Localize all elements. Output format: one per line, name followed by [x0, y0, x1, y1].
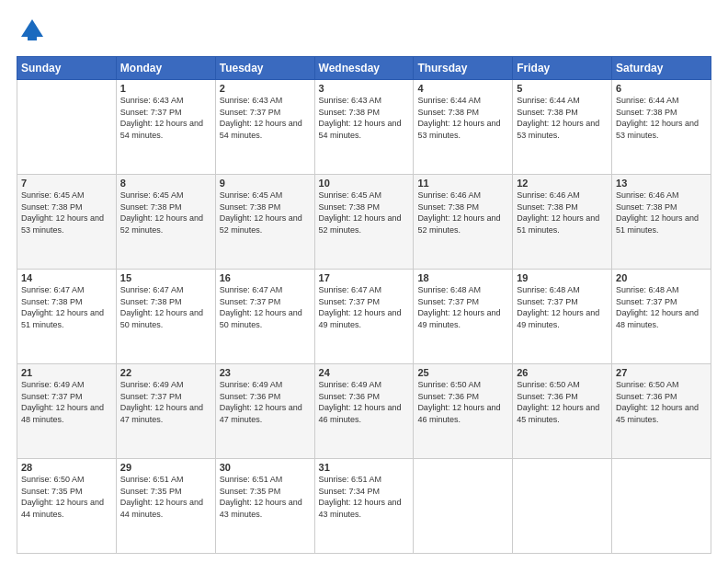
day-number: 2: [220, 83, 311, 94]
day-info: Sunrise: 6:47 AM Sunset: 7:37 PM Dayligh…: [319, 284, 410, 330]
sunrise-label: Sunrise: 6:43 AM: [220, 96, 283, 105]
day-number: 22: [120, 367, 211, 378]
calendar-cell: 23 Sunrise: 6:49 AM Sunset: 7:36 PM Dayl…: [215, 364, 314, 459]
day-info: Sunrise: 6:45 AM Sunset: 7:38 PM Dayligh…: [319, 190, 410, 236]
daylight-label: Daylight: 12 hours and 52 minutes.: [319, 213, 402, 235]
day-number: 6: [616, 83, 707, 94]
day-info: Sunrise: 6:49 AM Sunset: 7:36 PM Dayligh…: [220, 379, 311, 425]
sunrise-label: Sunrise: 6:46 AM: [417, 190, 481, 200]
sunset-label: Sunset: 7:38 PM: [616, 108, 677, 117]
calendar-cell: 1 Sunrise: 6:43 AM Sunset: 7:37 PM Dayli…: [116, 80, 215, 175]
sunset-label: Sunset: 7:36 PM: [517, 392, 578, 401]
calendar-cell: 8 Sunrise: 6:45 AM Sunset: 7:38 PM Dayli…: [116, 175, 215, 270]
calendar-cell: 6 Sunrise: 6:44 AM Sunset: 7:38 PM Dayli…: [612, 80, 711, 175]
calendar-week-2: 7 Sunrise: 6:45 AM Sunset: 7:38 PM Dayli…: [17, 175, 711, 270]
calendar-cell: 21 Sunrise: 6:49 AM Sunset: 7:37 PM Dayl…: [17, 364, 117, 459]
day-info: Sunrise: 6:49 AM Sunset: 7:36 PM Dayligh…: [319, 379, 410, 425]
sunrise-label: Sunrise: 6:49 AM: [319, 380, 382, 389]
daylight-label: Daylight: 12 hours and 52 minutes.: [417, 213, 500, 235]
day-info: Sunrise: 6:50 AM Sunset: 7:36 PM Dayligh…: [417, 379, 508, 425]
daylight-label: Daylight: 12 hours and 43 minutes.: [220, 498, 302, 519]
sunset-label: Sunset: 7:36 PM: [220, 392, 281, 401]
daylight-label: Daylight: 12 hours and 45 minutes.: [517, 403, 599, 424]
sunset-label: Sunset: 7:36 PM: [616, 392, 677, 401]
logo-text: [17, 17, 46, 49]
calendar-week-3: 14 Sunrise: 6:47 AM Sunset: 7:38 PM Dayl…: [17, 270, 711, 364]
sunrise-label: Sunrise: 6:51 AM: [220, 475, 283, 484]
sunset-label: Sunset: 7:34 PM: [319, 487, 381, 496]
calendar-header-saturday: Saturday: [612, 57, 711, 80]
calendar-header-wednesday: Wednesday: [314, 57, 414, 80]
daylight-label: Daylight: 12 hours and 53 minutes.: [517, 119, 599, 140]
calendar-cell: 10 Sunrise: 6:45 AM Sunset: 7:38 PM Dayl…: [314, 175, 414, 270]
sunrise-label: Sunrise: 6:48 AM: [517, 285, 580, 294]
calendar-cell: 24 Sunrise: 6:49 AM Sunset: 7:36 PM Dayl…: [314, 364, 414, 459]
sunset-label: Sunset: 7:38 PM: [417, 202, 479, 212]
sunrise-label: Sunrise: 6:51 AM: [319, 475, 382, 484]
daylight-label: Daylight: 12 hours and 50 minutes.: [120, 308, 203, 329]
calendar-cell: 2 Sunrise: 6:43 AM Sunset: 7:37 PM Dayli…: [215, 80, 314, 175]
sunrise-label: Sunrise: 6:50 AM: [21, 475, 85, 484]
day-info: Sunrise: 6:45 AM Sunset: 7:38 PM Dayligh…: [21, 190, 112, 236]
calendar-week-5: 28 Sunrise: 6:50 AM Sunset: 7:35 PM Dayl…: [17, 459, 711, 554]
sunrise-label: Sunrise: 6:48 AM: [417, 285, 481, 294]
sunrise-label: Sunrise: 6:48 AM: [616, 285, 679, 294]
day-number: 3: [319, 83, 410, 94]
day-info: Sunrise: 6:51 AM Sunset: 7:34 PM Dayligh…: [319, 474, 410, 520]
day-info: Sunrise: 6:49 AM Sunset: 7:37 PM Dayligh…: [21, 379, 112, 425]
calendar-cell: [414, 459, 513, 554]
daylight-label: Daylight: 12 hours and 46 minutes.: [319, 403, 402, 424]
day-info: Sunrise: 6:51 AM Sunset: 7:35 PM Dayligh…: [220, 474, 311, 520]
day-info: Sunrise: 6:47 AM Sunset: 7:37 PM Dayligh…: [220, 284, 311, 330]
day-info: Sunrise: 6:44 AM Sunset: 7:38 PM Dayligh…: [616, 95, 707, 141]
sunrise-label: Sunrise: 6:45 AM: [120, 190, 184, 200]
daylight-label: Daylight: 12 hours and 46 minutes.: [417, 403, 500, 424]
sunrise-label: Sunrise: 6:47 AM: [319, 285, 382, 294]
day-info: Sunrise: 6:45 AM Sunset: 7:38 PM Dayligh…: [120, 190, 211, 236]
daylight-label: Daylight: 12 hours and 47 minutes.: [120, 403, 203, 424]
daylight-label: Daylight: 12 hours and 52 minutes.: [120, 213, 203, 235]
sunset-label: Sunset: 7:37 PM: [319, 297, 381, 306]
daylight-label: Daylight: 12 hours and 54 minutes.: [319, 119, 402, 140]
daylight-label: Daylight: 12 hours and 53 minutes.: [21, 213, 104, 235]
day-number: 28: [21, 462, 112, 473]
sunset-label: Sunset: 7:37 PM: [517, 297, 578, 306]
day-number: 14: [21, 272, 112, 283]
calendar-cell: 13 Sunrise: 6:46 AM Sunset: 7:38 PM Dayl…: [612, 175, 711, 270]
day-number: 4: [417, 83, 508, 94]
sunset-label: Sunset: 7:38 PM: [417, 108, 479, 117]
calendar-cell: 31 Sunrise: 6:51 AM Sunset: 7:34 PM Dayl…: [314, 459, 414, 554]
calendar-cell: [17, 80, 117, 175]
day-info: Sunrise: 6:51 AM Sunset: 7:35 PM Dayligh…: [120, 474, 211, 520]
day-number: 1: [120, 83, 211, 94]
daylight-label: Daylight: 12 hours and 49 minutes.: [517, 308, 599, 329]
sunset-label: Sunset: 7:37 PM: [616, 297, 677, 306]
calendar-cell: 12 Sunrise: 6:46 AM Sunset: 7:38 PM Dayl…: [513, 175, 612, 270]
sunset-label: Sunset: 7:38 PM: [120, 202, 182, 212]
calendar-cell: 30 Sunrise: 6:51 AM Sunset: 7:35 PM Dayl…: [215, 459, 314, 554]
day-info: Sunrise: 6:44 AM Sunset: 7:38 PM Dayligh…: [517, 95, 608, 141]
daylight-label: Daylight: 12 hours and 52 minutes.: [220, 213, 302, 235]
sunrise-label: Sunrise: 6:44 AM: [517, 96, 580, 105]
daylight-label: Daylight: 12 hours and 45 minutes.: [616, 403, 699, 424]
daylight-label: Daylight: 12 hours and 49 minutes.: [319, 308, 402, 329]
calendar-header-monday: Monday: [116, 57, 215, 80]
sunset-label: Sunset: 7:37 PM: [220, 108, 281, 117]
sunrise-label: Sunrise: 6:50 AM: [616, 380, 679, 389]
daylight-label: Daylight: 12 hours and 51 minutes.: [21, 308, 104, 329]
day-info: Sunrise: 6:47 AM Sunset: 7:38 PM Dayligh…: [21, 284, 112, 330]
sunrise-label: Sunrise: 6:47 AM: [120, 285, 184, 294]
calendar-cell: 15 Sunrise: 6:47 AM Sunset: 7:38 PM Dayl…: [116, 270, 215, 364]
calendar-cell: 5 Sunrise: 6:44 AM Sunset: 7:38 PM Dayli…: [513, 80, 612, 175]
day-number: 15: [120, 272, 211, 283]
calendar-header-thursday: Thursday: [414, 57, 513, 80]
calendar-cell: [513, 459, 612, 554]
sunset-label: Sunset: 7:36 PM: [417, 392, 479, 401]
calendar-header-sunday: Sunday: [17, 57, 117, 80]
day-number: 21: [21, 367, 112, 378]
day-info: Sunrise: 6:48 AM Sunset: 7:37 PM Dayligh…: [517, 284, 608, 330]
sunset-label: Sunset: 7:35 PM: [120, 487, 182, 496]
day-number: 19: [517, 272, 608, 283]
day-number: 31: [319, 462, 410, 473]
day-number: 8: [120, 178, 211, 189]
